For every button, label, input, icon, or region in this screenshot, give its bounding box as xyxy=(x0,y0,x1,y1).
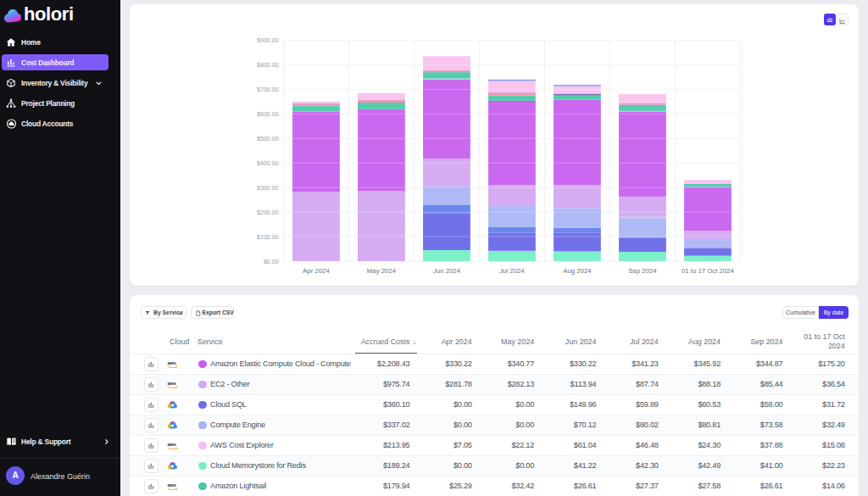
svg-text:May 2024: May 2024 xyxy=(367,267,397,275)
svg-text:$400.00: $400.00 xyxy=(257,160,279,167)
svg-text:Apr 2024: Apr 2024 xyxy=(303,267,330,275)
svg-text:Jul 2024: Jul 2024 xyxy=(499,267,525,275)
svg-text:aws: aws xyxy=(167,442,175,447)
svg-text:aws: aws xyxy=(167,482,175,488)
svg-text:$500.00: $500.00 xyxy=(257,136,279,142)
svg-text:$0.00: $0.00 xyxy=(264,259,279,265)
svg-text:$700.00: $700.00 xyxy=(257,86,279,93)
svg-text:aws: aws xyxy=(167,381,175,386)
svg-text:$800.00: $800.00 xyxy=(257,62,279,69)
svg-text:$100.00: $100.00 xyxy=(257,234,279,241)
svg-text:Jun 2024: Jun 2024 xyxy=(433,267,461,275)
svg-text:$900.00: $900.00 xyxy=(257,37,279,44)
svg-text:Sep 2024: Sep 2024 xyxy=(628,267,657,275)
svg-text:01 to 17 Oct 2024: 01 to 17 Oct 2024 xyxy=(682,267,735,275)
svg-text:aws: aws xyxy=(167,360,175,365)
svg-text:Aug 2024: Aug 2024 xyxy=(563,267,592,275)
svg-text:$600.00: $600.00 xyxy=(257,111,279,118)
svg-text:$300.00: $300.00 xyxy=(257,185,279,192)
svg-text:$200.00: $200.00 xyxy=(257,209,279,216)
